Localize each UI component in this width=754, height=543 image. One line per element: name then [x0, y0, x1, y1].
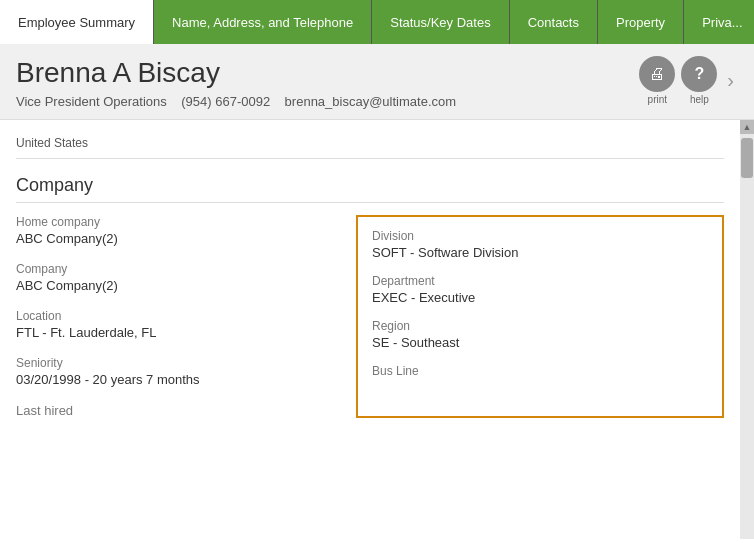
print-button[interactable]: 🖨 — [639, 56, 675, 92]
last-hired-partial: Last hired — [16, 403, 336, 418]
scrollbar-up-button[interactable]: ▲ — [740, 120, 754, 134]
employee-phone: (954) 667-0092 — [181, 94, 270, 109]
expand-button[interactable]: › — [723, 69, 738, 92]
field-division-value: SOFT - Software Division — [372, 245, 708, 260]
field-company-value: ABC Company(2) — [16, 278, 336, 293]
field-department: Department EXEC - Executive — [372, 274, 708, 305]
main-content: United States Company Home company ABC C… — [0, 120, 740, 539]
field-department-label: Department — [372, 274, 708, 288]
field-location-value: FTL - Ft. Lauderdale, FL — [16, 325, 336, 340]
field-division-label: Division — [372, 229, 708, 243]
tab-privacy[interactable]: Priva... — [684, 0, 754, 44]
field-bus-line-label: Bus Line — [372, 364, 708, 378]
tab-bar: Employee Summary Name, Address, and Tele… — [0, 0, 754, 44]
scrollbar-track: ▲ — [740, 120, 754, 539]
company-fields: Home company ABC Company(2) Company ABC … — [16, 215, 724, 418]
employee-title: Vice President Operations — [16, 94, 167, 109]
field-seniority: Seniority 03/20/1998 - 20 years 7 months — [16, 356, 336, 387]
tab-employee-summary-label: Employee Summary — [18, 15, 135, 30]
help-label: help — [690, 94, 709, 105]
field-division: Division SOFT - Software Division — [372, 229, 708, 260]
field-department-value: EXEC - Executive — [372, 290, 708, 305]
help-icon: ? — [694, 65, 704, 83]
print-group: 🖨 print — [639, 56, 675, 105]
field-region-label: Region — [372, 319, 708, 333]
field-company: Company ABC Company(2) — [16, 262, 336, 293]
field-location-label: Location — [16, 309, 336, 323]
location-bar: United States — [16, 132, 724, 159]
location-text: United States — [16, 136, 88, 150]
field-company-label: Company — [16, 262, 336, 276]
tab-name-address-label: Name, Address, and Telephone — [172, 15, 353, 30]
print-label: print — [648, 94, 667, 105]
help-button[interactable]: ? — [681, 56, 717, 92]
print-icon: 🖨 — [649, 65, 665, 83]
help-group: ? help — [681, 56, 717, 105]
tab-contacts-label: Contacts — [528, 15, 579, 30]
field-region-value: SE - Southeast — [372, 335, 708, 350]
tab-status-key-dates-label: Status/Key Dates — [390, 15, 490, 30]
scrollbar-thumb[interactable] — [741, 138, 753, 178]
tab-property[interactable]: Property — [598, 0, 684, 44]
tab-status-key-dates[interactable]: Status/Key Dates — [372, 0, 509, 44]
tab-contacts[interactable]: Contacts — [510, 0, 598, 44]
field-location: Location FTL - Ft. Lauderdale, FL — [16, 309, 336, 340]
field-home-company-value: ABC Company(2) — [16, 231, 336, 246]
tab-name-address[interactable]: Name, Address, and Telephone — [154, 0, 372, 44]
employee-email: brenna_biscay@ultimate.com — [285, 94, 456, 109]
tab-privacy-label: Priva... — [702, 15, 742, 30]
section-title: Company — [16, 175, 724, 203]
employee-name: Brenna A Biscay — [16, 56, 456, 90]
field-seniority-value: 03/20/1998 - 20 years 7 months — [16, 372, 336, 387]
tab-employee-summary[interactable]: Employee Summary — [0, 0, 154, 44]
right-column: Division SOFT - Software Division Depart… — [356, 215, 724, 418]
tab-property-label: Property — [616, 15, 665, 30]
field-home-company: Home company ABC Company(2) — [16, 215, 336, 246]
field-bus-line: Bus Line — [372, 364, 708, 378]
field-seniority-label: Seniority — [16, 356, 336, 370]
field-home-company-label: Home company — [16, 215, 336, 229]
left-column: Home company ABC Company(2) Company ABC … — [16, 215, 356, 418]
employee-subtitle: Vice President Operations (954) 667-0092… — [16, 94, 456, 109]
employee-header: Brenna A Biscay Vice President Operation… — [0, 44, 754, 120]
field-region: Region SE - Southeast — [372, 319, 708, 350]
content-area: United States Company Home company ABC C… — [0, 120, 754, 539]
